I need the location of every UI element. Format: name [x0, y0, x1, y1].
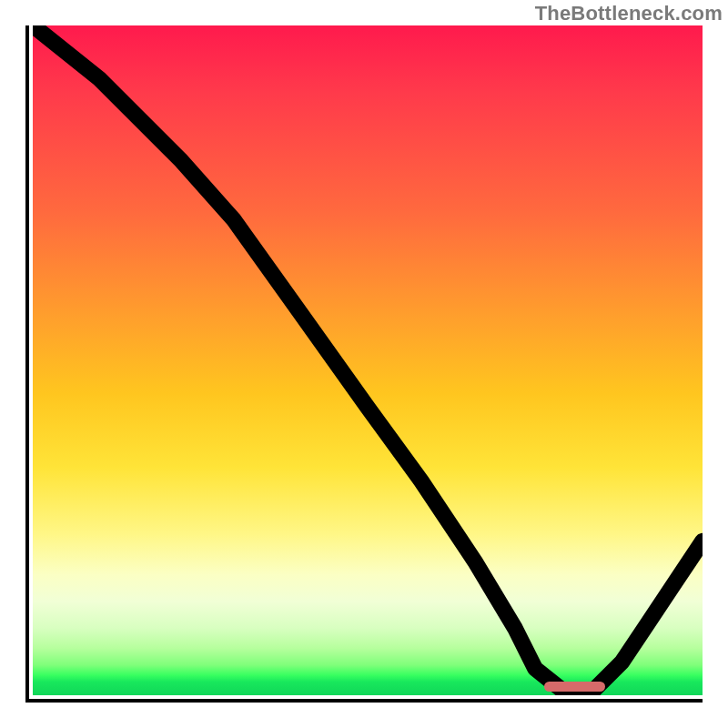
watermark-text: TheBottleneck.com — [535, 2, 723, 25]
optimal-range-marker — [544, 682, 605, 692]
plot-area — [25, 25, 703, 703]
chart-root: TheBottleneck.com — [0, 0, 728, 728]
bottleneck-curve — [33, 25, 703, 695]
